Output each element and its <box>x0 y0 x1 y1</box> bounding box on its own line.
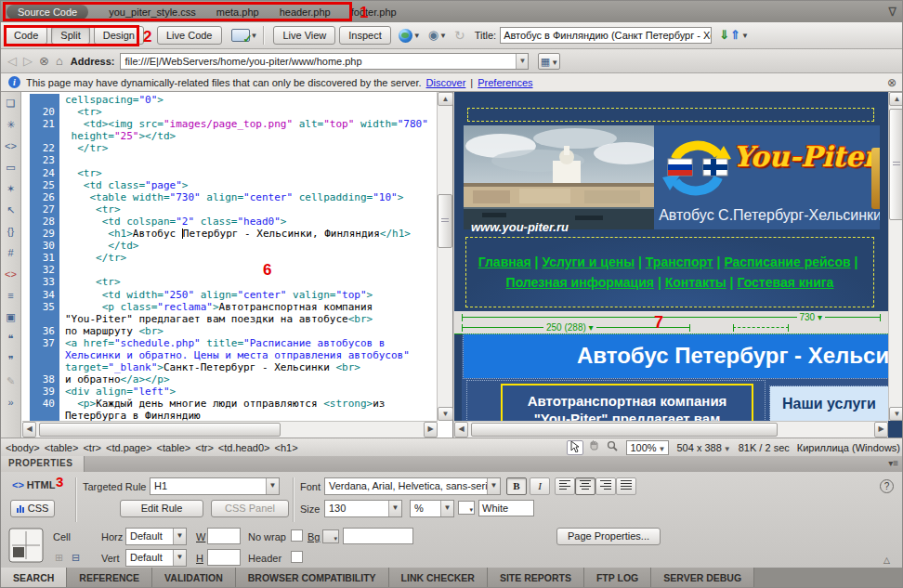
cell-height-input[interactable] <box>207 549 241 566</box>
more-options-icon[interactable]: » <box>3 395 20 411</box>
table-width-measure-730[interactable]: 730 ▾ <box>462 317 881 318</box>
live-code-button[interactable]: Live Code <box>157 26 222 45</box>
code-text[interactable] <box>59 154 438 166</box>
code-fold-column[interactable] <box>22 325 30 337</box>
forward-icon[interactable]: ▷ <box>23 54 33 68</box>
text-color-input[interactable]: White <box>478 500 534 516</box>
code-fold-column[interactable] <box>22 410 30 421</box>
get-file-icon[interactable]: ⇓ <box>719 26 729 45</box>
design-scroll-right-icon[interactable]: ▶ <box>874 422 888 438</box>
panel-tab-browser-compatibility[interactable]: BROWSER COMPATIBILITY <box>236 568 389 588</box>
code-text[interactable]: <p class="reclama">Автотранспортная комп… <box>59 301 438 313</box>
code-text[interactable]: </tr> <box>59 142 438 154</box>
related-file-tab[interactable]: footer.php <box>351 7 397 18</box>
code-text[interactable]: <tr> <box>59 276 438 288</box>
nav-link[interactable]: Полезная информация <box>506 275 654 290</box>
inspect-button[interactable]: Inspect <box>339 26 390 45</box>
align-right-button[interactable] <box>595 477 616 495</box>
scroll-right-icon[interactable]: ▶ <box>424 422 438 438</box>
split-cell-icon[interactable]: ⊟ <box>72 552 80 564</box>
home-icon[interactable]: ⌂ <box>56 54 63 68</box>
select-parent-tag-icon[interactable]: ↖ <box>3 203 20 218</box>
view-options-button[interactable]: ▦▼ <box>538 53 560 70</box>
code-text[interactable]: <p>Каждый день многие люди отправляются … <box>59 398 438 410</box>
code-vertical-scrollbar[interactable]: ▲ ▼ <box>437 92 452 421</box>
code-text[interactable]: Петербурга в Финляндию <box>59 410 438 421</box>
page-properties-button[interactable]: Page Properties... <box>556 528 661 545</box>
code-text[interactable]: <tr> <box>59 167 438 179</box>
nav-link[interactable]: Транспорт <box>646 255 713 269</box>
code-fold-column[interactable] <box>22 264 30 276</box>
design-canvas[interactable]: You-Piter Автобус С.Петербург-Хельсинки … <box>454 92 888 421</box>
table-width-label-730[interactable]: 730 ▾ <box>797 312 826 322</box>
panel-tab-search[interactable]: SEARCH <box>1 568 67 588</box>
panel-tab-server-debug[interactable]: SERVER DEBUG <box>651 568 754 588</box>
panel-tab-site-reports[interactable]: SITE REPORTS <box>488 568 584 588</box>
vert-align-select[interactable]: Default▼ <box>125 549 187 567</box>
zoom-level-select[interactable]: 100%▼ <box>626 440 669 455</box>
nowrap-checkbox[interactable] <box>291 529 303 542</box>
collapse-full-tag-icon[interactable]: <> <box>3 138 20 154</box>
code-editor[interactable]: cellspacing="0">20 <tr>21 <td><img src="… <box>22 94 438 421</box>
code-text[interactable]: <table width="730" align="center" cellpa… <box>59 191 438 203</box>
split-view-button[interactable]: Split <box>51 26 89 45</box>
code-text[interactable]: <td width="250" align="center" valign="t… <box>59 289 438 301</box>
open-documents-icon[interactable]: ❏ <box>3 96 20 111</box>
file-transfer-dropdown-caret[interactable]: ▼ <box>741 32 749 40</box>
properties-tab[interactable]: PROPERTIES <box>1 456 85 472</box>
code-hscrollbar-thumb[interactable] <box>39 423 281 437</box>
code-fold-column[interactable] <box>22 191 30 203</box>
page-heading-bar[interactable]: Автобус Петербург - Хельсин <box>464 334 888 378</box>
code-text[interactable]: target="_blank">Санкт-Петербург - Хельси… <box>59 361 438 373</box>
design-horizontal-scrollbar[interactable]: ◀ ▶ <box>454 421 888 438</box>
page-top-image-placeholder[interactable] <box>467 108 874 122</box>
scroll-left-icon[interactable]: ◀ <box>22 422 36 438</box>
tag-selector-item[interactable]: <h1> <box>275 442 298 453</box>
code-text[interactable]: и обратно</a></p> <box>59 373 438 385</box>
select-tool-icon[interactable] <box>567 440 583 455</box>
align-left-button[interactable] <box>555 477 575 495</box>
collapse-panel-icon[interactable]: △ <box>883 555 890 565</box>
tag-selector-item[interactable]: <tr> <box>195 442 214 453</box>
panel-menu-icon[interactable]: ▾≡ <box>888 458 898 468</box>
code-fold-column[interactable] <box>22 106 30 118</box>
code-fold-column[interactable] <box>22 337 30 349</box>
related-file-tab[interactable]: you_piter_style.css <box>109 7 196 18</box>
code-text[interactable]: <a href="schedule.php" title="Расписание… <box>59 337 438 349</box>
zoom-tool-icon[interactable] <box>604 440 621 455</box>
code-fold-column[interactable] <box>22 276 30 288</box>
tag-selector-item[interactable]: <table> <box>157 442 191 453</box>
targeted-rule-select[interactable]: H1▼ <box>150 477 280 495</box>
balance-braces-icon[interactable]: {} <box>3 224 20 240</box>
column-width-label-250[interactable]: 250 (288) ▾ <box>543 322 596 333</box>
horz-align-select[interactable]: Default▼ <box>125 528 187 545</box>
code-navigator-icon[interactable]: ✳ <box>3 117 20 133</box>
site-header-banner[interactable]: You-Piter Автобус С.Петербург-Хельсинки <box>464 125 880 229</box>
code-fold-column[interactable] <box>22 130 30 142</box>
code-fold-column[interactable] <box>22 94 30 106</box>
code-fold-column[interactable] <box>22 349 30 361</box>
code-fold-column[interactable] <box>22 289 30 301</box>
visual-aids-icon[interactable]: ◉ <box>428 26 438 45</box>
open-related-files-icon[interactable]: ▣ <box>3 309 20 325</box>
discover-link[interactable]: Discover <box>426 77 466 88</box>
services-heading-box[interactable]: Наши услуги <box>770 386 888 421</box>
expand-all-icon[interactable]: ✶ <box>3 181 20 197</box>
code-text[interactable]: </td> <box>59 240 438 252</box>
nav-link[interactable]: Услуги и цены <box>542 255 635 269</box>
stop-icon[interactable]: ⊗ <box>39 54 49 68</box>
close-info-bar-icon[interactable]: ⊗ <box>887 76 896 89</box>
code-fold-column[interactable] <box>22 240 30 252</box>
live-view-button[interactable]: Live View <box>273 26 335 45</box>
code-text[interactable]: height="25"></td> <box>59 130 438 142</box>
code-text[interactable]: "You-Piter" предлагает вам поездки на ав… <box>59 313 438 325</box>
nav-link[interactable]: Главная <box>478 255 531 269</box>
code-scrollbar-thumb[interactable] <box>438 194 452 248</box>
address-input[interactable]: file:///E|/WebServers/home/you-piter/www… <box>120 53 529 70</box>
code-text[interactable]: Хельсинки и обратно. Цены и места отправ… <box>59 349 438 361</box>
css-mode-button[interactable]: CSS <box>10 500 55 517</box>
code-fold-column[interactable] <box>22 167 30 179</box>
format-source-code-icon[interactable]: ≡ <box>3 288 20 304</box>
design-scroll-up-icon[interactable]: ▲ <box>889 92 903 106</box>
cell-width-input[interactable] <box>207 528 241 544</box>
